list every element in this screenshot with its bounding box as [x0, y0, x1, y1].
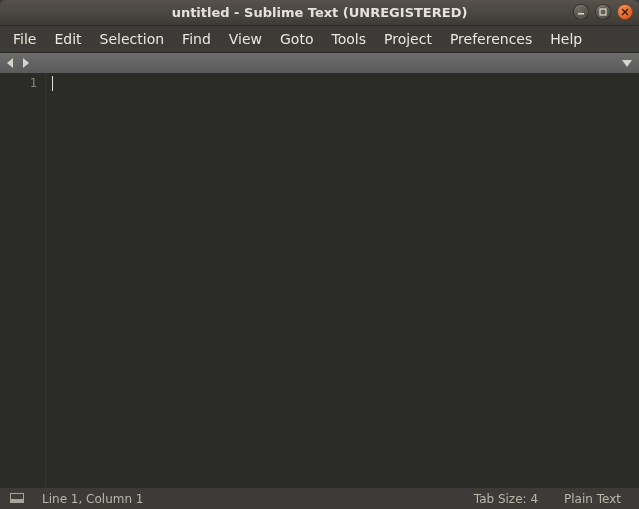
tab-nav	[6, 57, 30, 69]
text-cursor	[52, 76, 53, 91]
cursor-position: Line 1, Column 1	[34, 492, 152, 506]
menubar: File Edit Selection Find View Goto Tools…	[0, 26, 639, 52]
menu-file[interactable]: File	[6, 29, 43, 49]
tab-dropdown-button[interactable]	[621, 56, 633, 71]
menu-find[interactable]: Find	[175, 29, 218, 49]
close-icon	[621, 8, 629, 16]
maximize-button[interactable]	[595, 4, 611, 20]
tab-prev-button[interactable]	[6, 57, 16, 69]
svg-marker-4	[7, 58, 13, 68]
tab-next-button[interactable]	[20, 57, 30, 69]
minimize-button[interactable]	[573, 4, 589, 20]
gutter: 1	[0, 74, 46, 487]
menu-tools[interactable]: Tools	[324, 29, 373, 49]
line-number: 1	[0, 76, 37, 90]
window-title: untitled - Sublime Text (UNREGISTERED)	[172, 5, 468, 20]
maximize-icon	[599, 8, 607, 16]
panel-icon	[10, 493, 24, 503]
status-left: Line 1, Column 1	[10, 492, 152, 506]
window-controls	[573, 4, 633, 20]
menu-edit[interactable]: Edit	[47, 29, 88, 49]
tabbar	[0, 52, 639, 74]
menu-help[interactable]: Help	[543, 29, 589, 49]
statusbar: Line 1, Column 1 Tab Size: 4 Plain Text	[0, 487, 639, 509]
menu-view[interactable]: View	[222, 29, 269, 49]
svg-rect-1	[600, 9, 606, 15]
minimize-icon	[577, 8, 585, 16]
menu-goto[interactable]: Goto	[273, 29, 320, 49]
menu-project[interactable]: Project	[377, 29, 439, 49]
triangle-left-icon	[6, 57, 16, 69]
svg-marker-6	[622, 60, 632, 67]
menu-selection[interactable]: Selection	[93, 29, 172, 49]
triangle-down-icon	[621, 58, 633, 68]
titlebar: untitled - Sublime Text (UNREGISTERED)	[0, 0, 639, 26]
menu-preferences[interactable]: Preferences	[443, 29, 539, 49]
tab-size-button[interactable]: Tab Size: 4	[466, 492, 546, 506]
syntax-button[interactable]: Plain Text	[556, 492, 629, 506]
triangle-right-icon	[20, 57, 30, 69]
svg-marker-5	[23, 58, 29, 68]
svg-rect-0	[578, 13, 584, 15]
editor-area: 1	[0, 74, 639, 487]
close-button[interactable]	[617, 4, 633, 20]
panel-switcher-button[interactable]	[10, 492, 24, 506]
code-area[interactable]	[46, 74, 639, 487]
